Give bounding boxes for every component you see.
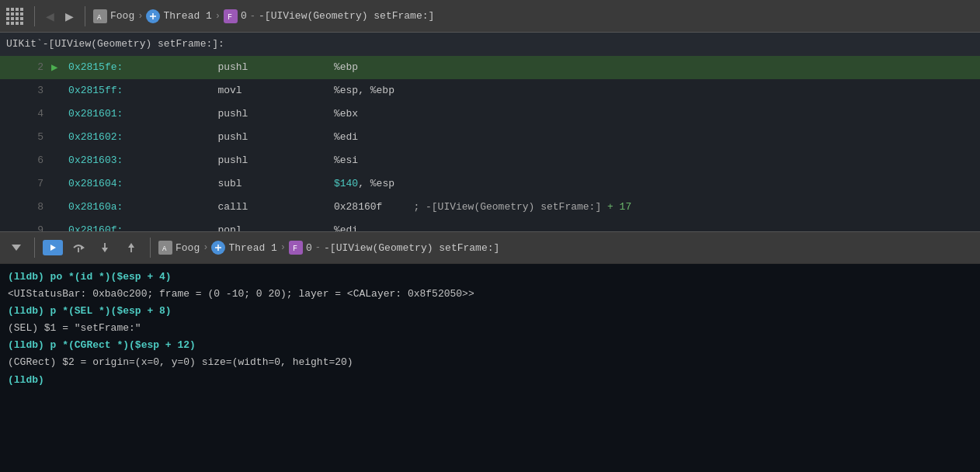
instruction-mnemonic: subl — [214, 172, 331, 196]
instruction-mnemonic: pushl — [214, 56, 331, 79]
breadcrumb-frame: 0 — [241, 10, 247, 22]
top-breadcrumb: A Foog › Thread 1 › F 0 - -[UIView(Geome… — [93, 9, 434, 23]
breadcrumb-app: Foog — [110, 10, 134, 22]
list-item: (lldb) p *(SEL *)($esp + 8) — [8, 303, 972, 320]
svg-text:A: A — [162, 245, 167, 253]
current-arrow — [50, 126, 65, 149]
assembly-table: UIKit`-[UIView(Geometry) setFrame:]:2▶0x… — [0, 33, 980, 231]
table-row: 90x28160f:popl%edi — [0, 219, 980, 231]
instruction-mnemonic: calll — [214, 196, 331, 219]
svg-text:F: F — [228, 13, 232, 22]
app-icon: A — [93, 9, 107, 23]
instruction-address: 0x28160a: — [65, 196, 214, 219]
current-arrow — [50, 219, 65, 231]
breadcrumb-thread: Thread 1 — [163, 10, 211, 22]
bsep3: - — [315, 242, 321, 253]
bottom-sep1 — [34, 238, 35, 258]
svg-text:F: F — [293, 245, 297, 253]
separator-2 — [85, 6, 85, 26]
instruction-mnemonic: pushl — [214, 126, 331, 149]
step-into-button[interactable] — [94, 239, 116, 256]
breadcrumb-method: -[UIView(Geometry) setFrame:] — [259, 10, 434, 22]
instruction-address: 0x28160f: — [65, 219, 214, 231]
table-row: 80x28160a:calll0x28160f; -[UIView(Geomet… — [0, 196, 980, 219]
sep1: › — [137, 11, 143, 22]
table-row: 70x281604:subl$140, %esp — [0, 172, 980, 196]
line-number: 9 — [0, 219, 50, 231]
list-item: (lldb) po *(id *)($esp + 4) — [8, 269, 972, 286]
line-number: 3 — [0, 79, 50, 102]
step-over-button[interactable] — [68, 239, 89, 256]
forward-button[interactable]: ▶ — [62, 9, 77, 24]
console-area: (lldb) po *(id *)($esp + 4)<UIStatusBar:… — [0, 264, 980, 472]
line-number: 6 — [0, 149, 50, 172]
svg-marker-10 — [81, 245, 85, 250]
bottom-sep2 — [150, 238, 151, 258]
bottom-toolbar: A Foog › Thread 1 › F 0 - -[UIView(Geome… — [0, 231, 980, 264]
instruction-address: 0x281601: — [65, 102, 214, 126]
current-arrow: ▶ — [50, 56, 65, 79]
asm-header: UIKit`-[UIView(Geometry) setFrame:]: — [0, 33, 980, 56]
step-out-button[interactable] — [120, 239, 142, 256]
current-arrow — [50, 196, 65, 219]
sep3: - — [250, 11, 255, 22]
thread-icon-top — [146, 9, 160, 23]
bsep2: › — [280, 242, 286, 253]
instruction-address: 0x281604: — [65, 172, 214, 196]
instruction-operand: %esp, %ebp — [331, 79, 980, 102]
bottom-breadcrumb: A Foog › Thread 1 › F 0 - -[UIView(Geome… — [158, 241, 499, 255]
list-item: (lldb) — [8, 372, 972, 389]
frame-icon-bottom: F — [289, 241, 303, 255]
instruction-operand: %ebx — [331, 102, 980, 126]
instruction-address: 0x281603: — [65, 149, 214, 172]
instruction-mnemonic: pushl — [214, 102, 331, 126]
assembly-view: UIKit`-[UIView(Geometry) setFrame:]:2▶0x… — [0, 33, 980, 231]
instruction-operand: 0x28160f; -[UIView(Geometry) setFrame:] … — [331, 196, 980, 219]
bottom-breadcrumb-frame: 0 — [306, 242, 312, 254]
app-icon-bottom: A — [158, 241, 172, 255]
instruction-mnemonic: movl — [214, 79, 331, 102]
bottom-breadcrumb-method: -[UIView(Geometry) setFrame:] — [324, 242, 499, 254]
thread-icon-bottom — [211, 241, 225, 255]
expand-button[interactable] — [6, 240, 26, 255]
table-row: 30x2815ff:movl%esp, %ebp — [0, 79, 980, 102]
continue-button[interactable] — [43, 240, 63, 255]
instruction-address: 0x2815ff: — [65, 79, 214, 102]
line-number: 4 — [0, 102, 50, 126]
svg-text:A: A — [97, 14, 102, 22]
current-arrow — [50, 79, 65, 102]
line-number: 7 — [0, 172, 50, 196]
table-row: 60x281603:pushl%esi — [0, 149, 980, 172]
console-output: (lldb) po *(id *)($esp + 4)<UIStatusBar:… — [8, 269, 972, 389]
list-item: (CGRect) $2 = origin=(x=0, y=0) size=(wi… — [8, 354, 972, 371]
table-row: 40x281601:pushl%ebx — [0, 102, 980, 126]
svg-marker-7 — [12, 245, 21, 251]
sep2: › — [215, 11, 221, 22]
svg-marker-13 — [102, 248, 108, 252]
instruction-mnemonic: popl — [214, 219, 331, 231]
bottom-breadcrumb-thread: Thread 1 — [228, 242, 276, 254]
current-arrow — [50, 172, 65, 196]
back-button[interactable]: ◀ — [43, 9, 57, 24]
instruction-mnemonic: pushl — [214, 149, 331, 172]
line-number: 8 — [0, 196, 50, 219]
grid-icon — [6, 8, 23, 25]
instruction-operand: %edi — [331, 219, 980, 231]
instruction-address: 0x281602: — [65, 126, 214, 149]
line-number: 5 — [0, 126, 50, 149]
instruction-operand: %ebp — [331, 56, 980, 79]
current-arrow — [50, 102, 65, 126]
line-number: 2 — [0, 56, 50, 79]
table-row: 2▶0x2815fe:pushl%ebp — [0, 56, 980, 79]
table-row: 50x281602:pushl%edi — [0, 126, 980, 149]
instruction-operand: $140, %esp — [331, 172, 980, 196]
instruction-operand: %edi — [331, 126, 980, 149]
list-item: <UIStatusBar: 0xba0c200; frame = (0 -10;… — [8, 286, 972, 303]
top-toolbar: ◀ ▶ A Foog › Thread 1 › F 0 - -[UIView(G… — [0, 0, 980, 33]
list-item: (SEL) $1 = "setFrame:" — [8, 320, 972, 337]
instruction-operand: %esi — [331, 149, 980, 172]
bsep1: › — [203, 242, 208, 253]
instruction-address: 0x2815fe: — [65, 56, 214, 79]
current-arrow — [50, 149, 65, 172]
list-item: (lldb) p *(CGRect *)($esp + 12) — [8, 337, 972, 354]
